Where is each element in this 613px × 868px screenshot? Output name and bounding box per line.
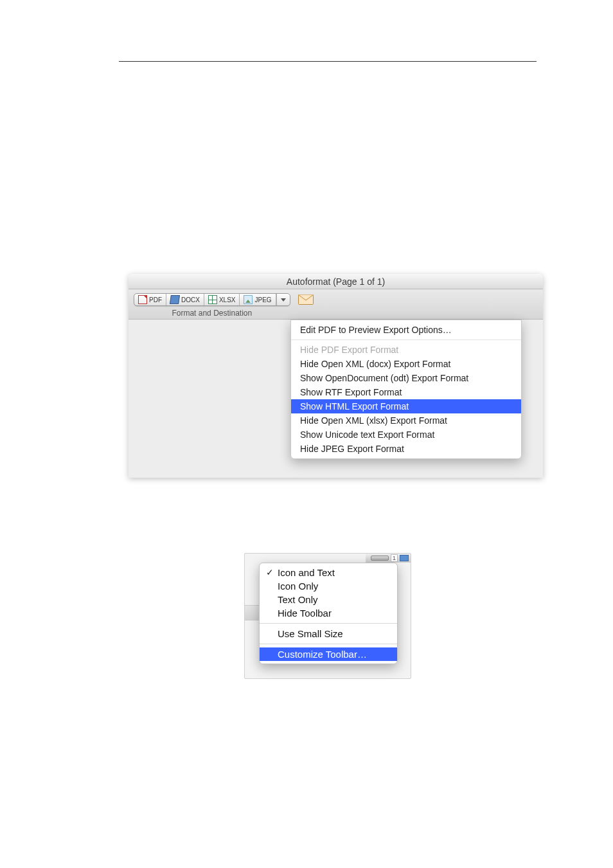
- context-menu-item[interactable]: Icon and Text: [260, 566, 397, 579]
- window-body: Edit PDF to Preview Export Options… Hide…: [129, 320, 543, 478]
- menu-item-export-format: Hide PDF Export Format: [291, 343, 521, 357]
- segment-jpeg[interactable]: JPEG: [240, 294, 276, 305]
- toolbar-background: 1 Icon and TextIcon OnlyText OnlyHide To…: [244, 553, 411, 679]
- menu-item-export-format[interactable]: Show OpenDocument (odt) Export Format: [291, 371, 521, 385]
- format-destination-group: PDF DOCX XLSX JPEG Format and De: [134, 293, 290, 318]
- menu-separator: [260, 644, 397, 644]
- menu-separator: [291, 339, 521, 340]
- segment-xlsx[interactable]: XLSX: [204, 294, 240, 305]
- context-menu-item[interactable]: Icon Only: [260, 579, 397, 593]
- titlebar-number: 1: [391, 554, 398, 562]
- jpeg-icon: [244, 295, 253, 304]
- menu-item-export-format[interactable]: Show HTML Export Format: [291, 399, 521, 413]
- pdf-icon: [138, 295, 147, 304]
- chevron-down-icon: [281, 298, 286, 302]
- blue-chip-icon: [400, 555, 409, 561]
- xlsx-icon: [208, 295, 217, 304]
- segment-label: XLSX: [219, 296, 236, 303]
- menu-item-export-format[interactable]: Show RTF Export Format: [291, 385, 521, 399]
- envelope-icon[interactable]: [298, 294, 314, 305]
- menu-item-export-format[interactable]: Hide Open XML (docx) Export Format: [291, 357, 521, 371]
- context-menu-item[interactable]: Hide Toolbar: [260, 606, 397, 620]
- page-divider: [119, 61, 537, 62]
- menu-item-export-format[interactable]: Hide Open XML (xlsx) Export Format: [291, 413, 521, 428]
- toolbar: PDF DOCX XLSX JPEG Format and De: [129, 289, 543, 320]
- toolbar-stripe: [245, 605, 260, 620]
- context-menu-item[interactable]: Customize Toolbar…: [260, 647, 397, 661]
- menu-item-edit-export-options[interactable]: Edit PDF to Preview Export Options…: [291, 323, 521, 337]
- menu-separator: [260, 623, 397, 624]
- toolbar-pill-icon: [371, 556, 389, 561]
- segment-docx[interactable]: DOCX: [166, 294, 204, 305]
- window-titlebar-fragment: 1: [366, 554, 411, 563]
- segment-pdf[interactable]: PDF: [134, 294, 166, 305]
- segment-label: DOCX: [181, 296, 200, 303]
- context-menu-item[interactable]: Text Only: [260, 593, 397, 606]
- segment-label: JPEG: [254, 296, 271, 303]
- toolbar-group-label: Format and Destination: [172, 309, 252, 318]
- window-title: Autoformat (Page 1 of 1): [129, 274, 543, 289]
- context-menu-item[interactable]: Use Small Size: [260, 627, 397, 640]
- docx-icon: [170, 295, 180, 304]
- toolbar-context-menu: Icon and TextIcon OnlyText OnlyHide Tool…: [259, 563, 398, 664]
- format-segmented-control[interactable]: PDF DOCX XLSX JPEG: [134, 293, 290, 306]
- autoformat-window: Autoformat (Page 1 of 1) PDF DOCX XLSX: [129, 274, 543, 478]
- segment-dropdown-toggle[interactable]: [276, 294, 290, 305]
- export-format-menu: Edit PDF to Preview Export Options… Hide…: [290, 320, 522, 459]
- menu-item-export-format[interactable]: Show Unicode text Export Format: [291, 428, 521, 442]
- toolbar-context-screenshot: 1 Icon and TextIcon OnlyText OnlyHide To…: [244, 553, 411, 679]
- menu-item-export-format[interactable]: Hide JPEG Export Format: [291, 442, 521, 456]
- segment-label: PDF: [149, 296, 162, 303]
